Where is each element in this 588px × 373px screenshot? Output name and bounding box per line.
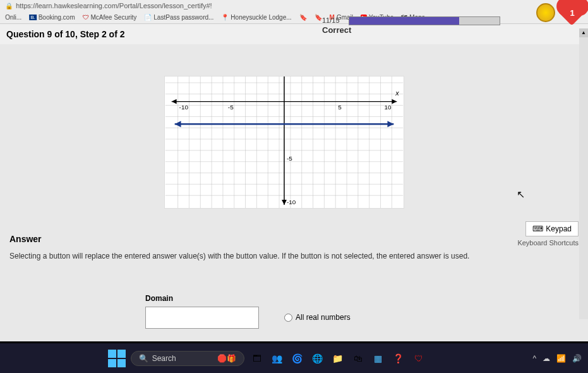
tray-chevron-icon[interactable]: ^	[532, 354, 536, 363]
search-badge-icon: 🛑🎁	[217, 354, 236, 363]
svg-marker-33	[172, 99, 177, 104]
taskbar: 🔍 Search 🛑🎁 🗔 👥 🌀 🌐 📁 🛍 ▦ ❓ 🛡 ^ ☁ 📶 🔊	[0, 341, 588, 373]
bookmark-booking[interactable]: B.Booking.com	[29, 14, 75, 21]
graph-svg: x -10 -5 5 10 -5 -10	[165, 76, 404, 208]
svg-marker-35	[282, 200, 287, 205]
taskbar-shield[interactable]: 🛡	[411, 351, 426, 366]
svg-text:-10: -10	[287, 199, 296, 205]
svg-text:-5: -5	[287, 155, 292, 162]
scrollbar[interactable]: ▲	[579, 28, 588, 319]
coordinate-graph: x -10 -5 5 10 -5 -10	[164, 76, 404, 209]
all-real-option[interactable]: All real numbers	[284, 313, 351, 322]
bookmark-onli[interactable]: Onli...	[5, 14, 21, 21]
bookmark-misc1[interactable]: 🔖	[299, 14, 307, 21]
bookmark-lastpass[interactable]: 📄LastPass password...	[144, 14, 213, 21]
score-area: 11/15 Correct	[322, 14, 575, 35]
answer-label: Answer	[9, 234, 579, 244]
answer-section: Answer Selecting a button will replace t…	[0, 228, 588, 279]
domain-input[interactable]	[145, 307, 259, 329]
taskbar-explorer[interactable]: 📁	[330, 351, 345, 366]
progress-bar	[349, 16, 500, 25]
bookmark-misc2[interactable]: 🔖	[315, 14, 322, 21]
svg-marker-32	[392, 99, 397, 104]
svg-text:5: 5	[338, 104, 342, 111]
taskbar-help[interactable]: ❓	[391, 351, 406, 366]
svg-text:-10: -10	[179, 104, 189, 111]
system-tray[interactable]: ^ ☁ 📶 🔊	[532, 354, 582, 363]
taskbar-copilot[interactable]: 🌀	[290, 351, 305, 366]
taskbar-search[interactable]: 🔍 Search 🛑🎁	[131, 351, 244, 366]
svg-text:x: x	[395, 89, 399, 97]
svg-marker-38	[387, 121, 393, 127]
tray-cloud-icon[interactable]: ☁	[543, 354, 550, 363]
bookmark-honeysuckle[interactable]: 📍Honeysuckle Lodge...	[221, 14, 291, 21]
tray-wifi-icon[interactable]: 📶	[556, 354, 566, 363]
all-real-radio[interactable]	[284, 314, 292, 322]
url-bar[interactable]: 🔒 https://learn.hawkeslearning.com/Porta…	[0, 0, 588, 11]
svg-text:10: 10	[384, 104, 392, 111]
tray-volume-icon[interactable]: 🔊	[572, 354, 582, 363]
domain-label: Domain	[145, 294, 259, 303]
score-label: Correct	[322, 25, 575, 35]
bookmark-mcafee[interactable]: 🛡McAfee Security	[83, 14, 137, 21]
progress-fill	[349, 17, 459, 25]
taskbar-teams[interactable]: 👥	[270, 351, 285, 366]
taskbar-edge[interactable]: 🌐	[310, 351, 325, 366]
lock-icon: 🔒	[5, 2, 13, 9]
score-fraction: 11/15	[322, 16, 340, 24]
domain-area: Domain	[145, 294, 259, 329]
start-button[interactable]	[108, 350, 126, 367]
svg-text:-5: -5	[228, 104, 234, 111]
search-icon: 🔍	[139, 354, 148, 363]
answer-hint: Selecting a button will replace the ente…	[9, 252, 579, 260]
cursor-icon: ↖	[517, 188, 525, 200]
url-text: https://learn.hawkeslearning.com/Portal/…	[16, 2, 212, 9]
taskbar-app-1[interactable]: 🗔	[249, 351, 265, 366]
taskbar-store[interactable]: 🛍	[351, 351, 366, 366]
scroll-up-button[interactable]: ▲	[579, 28, 588, 37]
taskbar-app-2[interactable]: ▦	[371, 351, 386, 366]
